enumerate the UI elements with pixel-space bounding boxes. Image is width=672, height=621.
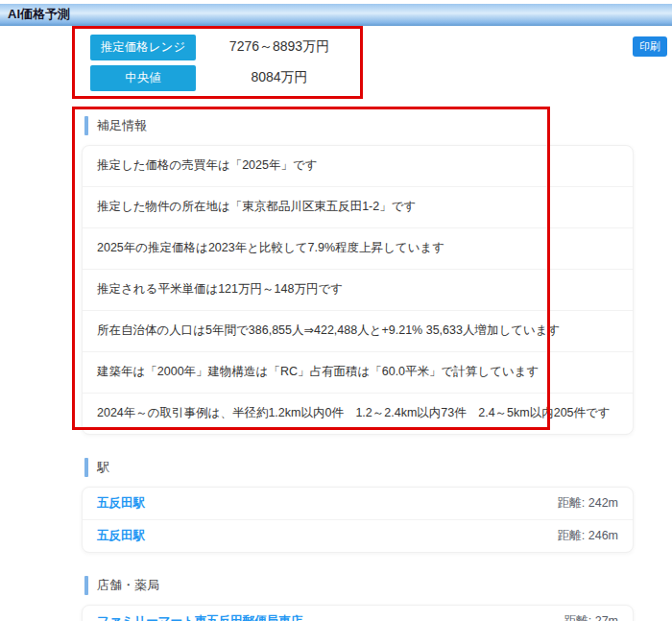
section-stations: 駅 五反田駅 距離: 242m 五反田駅 距離: 246m xyxy=(82,448,634,553)
supplementary-item: 所在自治体の人口は5年間で386,855人⇒422,488人と+9.21% 35… xyxy=(83,311,633,352)
section-shops: 店舗・薬局 ファミリーマート東五反田郵便局東店 距離: 27m ローソン東五反田… xyxy=(82,566,634,621)
station-row: 五反田駅 距離: 246m xyxy=(83,520,633,552)
supplementary-card: 推定した価格の売買年は「2025年」です 推定した物件の所在地は「東京都品川区東… xyxy=(82,145,634,435)
section-accent-bar-icon xyxy=(84,116,88,135)
price-range-row: 推定価格レンジ 7276～8893万円 xyxy=(90,35,363,60)
stations-header: 駅 xyxy=(82,448,634,487)
station-row: 五反田駅 距離: 242m xyxy=(83,488,633,520)
shops-title: 店舗・薬局 xyxy=(97,577,159,594)
station-link[interactable]: 五反田駅 xyxy=(97,528,145,544)
median-price-row: 中央値 8084万円 xyxy=(90,65,363,91)
section-supplementary: 補足情報 推定した価格の売買年は「2025年」です 推定した物件の所在地は「東京… xyxy=(82,107,634,435)
page-header: AI価格予測 xyxy=(0,4,672,26)
median-price-value: 8084万円 xyxy=(196,69,363,86)
shop-row: ファミリーマート東五反田郵便局東店 距離: 27m xyxy=(83,606,633,621)
supplementary-title: 補足情報 xyxy=(97,117,147,134)
estimated-price-range-value: 7276～8893万円 xyxy=(196,38,363,56)
section-accent-bar-icon xyxy=(84,458,88,477)
station-link[interactable]: 五反田駅 xyxy=(97,495,145,512)
shops-card: ファミリーマート東五反田郵便局東店 距離: 27m ローソン東五反田店 距離: … xyxy=(82,605,634,621)
median-price-button[interactable]: 中央値 xyxy=(90,65,196,91)
page-title: AI価格予測 xyxy=(8,6,70,23)
supplementary-item: 2024年～の取引事例は、半径約1.2km以内0件 1.2～2.4km以内73件… xyxy=(83,394,633,434)
page: AI価格予測 印刷 推定価格レンジ 7276～8893万円 中央値 8084万円… xyxy=(0,0,672,621)
supplementary-header: 補足情報 xyxy=(82,107,634,145)
section-accent-bar-icon xyxy=(84,576,88,595)
estimated-price-range-button[interactable]: 推定価格レンジ xyxy=(90,35,196,60)
stations-title: 駅 xyxy=(97,459,109,476)
shops-header: 店舗・薬局 xyxy=(82,566,634,605)
shop-link[interactable]: ファミリーマート東五反田郵便局東店 xyxy=(97,613,302,621)
supplementary-item: 推定される平米単価は121万円～148万円です xyxy=(83,270,633,311)
stations-card: 五反田駅 距離: 242m 五反田駅 距離: 246m xyxy=(82,487,634,553)
station-distance: 距離: 246m xyxy=(558,528,618,544)
supplementary-item: 推定した価格の売買年は「2025年」です xyxy=(83,146,633,187)
main-content: 補足情報 推定した価格の売買年は「2025年」です 推定した物件の所在地は「東京… xyxy=(82,107,634,621)
station-distance: 距離: 242m xyxy=(558,495,618,512)
supplementary-item: 2025年の推定価格は2023年と比較して7.9%程度上昇しています xyxy=(83,228,633,270)
print-button[interactable]: 印刷 xyxy=(633,36,667,57)
supplementary-item: 建築年は「2000年」建物構造は「RC」占有面積は「60.0平米」で計算していま… xyxy=(83,352,633,394)
shop-distance: 距離: 27m xyxy=(564,613,618,621)
price-summary: 推定価格レンジ 7276～8893万円 中央値 8084万円 xyxy=(72,26,363,99)
supplementary-item: 推定した物件の所在地は「東京都品川区東五反田1-2」です xyxy=(83,187,633,228)
